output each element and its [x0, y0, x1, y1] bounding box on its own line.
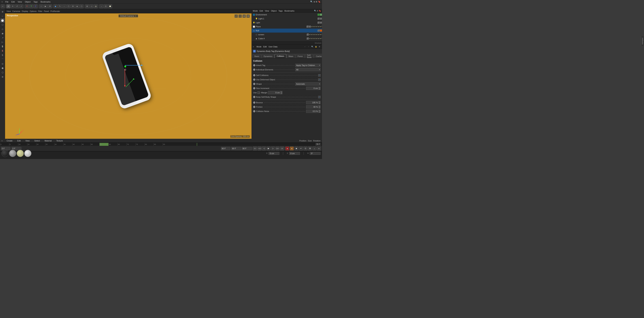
play-button[interactable]: ▶ — [266, 147, 270, 151]
dynamics-tool[interactable]: ⚙ — [71, 4, 75, 8]
keyframe-button[interactable]: ◆ — [294, 147, 298, 151]
friction-up[interactable]: ▲ — [319, 105, 320, 107]
size-increment-input[interactable]: 0 cm — [306, 87, 319, 90]
self-collisions-bullet[interactable] — [253, 74, 255, 76]
friction-input[interactable]: 40 % — [306, 105, 319, 109]
menu-view[interactable]: View — [16, 0, 24, 4]
individual-elements-select[interactable]: All None — [295, 68, 320, 71]
search-icon[interactable]: 🔍 — [310, 1, 313, 3]
obj-row-light[interactable]: 💡 Light ✓ — [252, 21, 322, 25]
obj-menu-object[interactable]: Object — [271, 10, 277, 12]
attr-settings-icon[interactable]: ⚙ — [318, 45, 321, 48]
motion-blur-button[interactable]: ⊙ — [304, 147, 307, 151]
bounce-down[interactable]: ▼ — [319, 103, 320, 104]
loop-button[interactable]: ↩ — [299, 147, 303, 151]
use-checkbox[interactable] — [258, 92, 260, 94]
left-tool-11[interactable]: $ — [0, 53, 4, 57]
material-swatch-1[interactable] — [2, 150, 9, 157]
left-tool-9[interactable]: $ — [0, 45, 4, 49]
bottom-menu-edit[interactable]: Edit — [16, 139, 22, 143]
obj-menu-mode[interactable]: Mode — [253, 10, 258, 12]
timeline-ruler[interactable]: 0 5 10 15 20 25 30 35 40 45 50 55 60 65 … — [0, 143, 322, 146]
attr-search-icon[interactable]: 🔍 — [311, 45, 314, 48]
left-tool-12[interactable]: ⌒ — [0, 58, 4, 62]
friction-bullet[interactable] — [253, 106, 255, 108]
render-icon[interactable]: ⬟ — [108, 4, 112, 8]
size-increment-bullet[interactable] — [253, 87, 255, 89]
menu-display[interactable]: Display — [22, 10, 28, 12]
material-swatch-4[interactable] — [24, 150, 32, 157]
deform-tool[interactable]: ⬡ — [66, 4, 70, 8]
obj-settings-icon[interactable]: 🔖 — [319, 10, 321, 12]
menu-bookmarks[interactable]: Bookmarks — [39, 0, 52, 4]
inherit-tag-select[interactable]: Apply Tag to Children Don't Apply — [295, 64, 320, 67]
spline-tool[interactable]: ✎ — [58, 4, 62, 8]
obj-menu-edit[interactable]: Edit — [260, 10, 263, 12]
shape-bullet[interactable] — [253, 83, 255, 85]
grid-tool[interactable]: ⊡ — [104, 4, 108, 8]
inherit-tag-dropdown-wrapper[interactable]: Apply Tag to Children Don't Apply — [295, 64, 320, 67]
settings-vp-icon[interactable]: ⚙ — [246, 15, 250, 18]
obj-menu-tags[interactable]: Tags — [278, 10, 282, 12]
camera-tool[interactable]: ◁ — [90, 4, 94, 8]
tab-basic[interactable]: Basic — [252, 54, 261, 58]
friction-spinner[interactable]: ▲ ▼ — [319, 105, 320, 109]
nurbs-tool[interactable]: ○ — [62, 4, 66, 8]
margin-up[interactable]: ▲ — [280, 91, 282, 93]
obj-row-cube4[interactable]: ◆ Cube.4 ▲▽▲▽▲▽▲▽▲▽▲▽ — [252, 37, 322, 41]
bottom-menu-select[interactable]: Select — [33, 139, 42, 143]
obj-row-light1[interactable]: 💡 Light.1 ✓ — [252, 17, 322, 21]
left-tool-3[interactable]: ⬤ — [0, 19, 4, 23]
bookmark-icon[interactable]: 🔖 — [318, 1, 320, 3]
menu-file[interactable]: File — [4, 0, 10, 4]
self-collisions-value[interactable]: ✓ — [318, 74, 320, 77]
tab-dynamics[interactable]: Dynamics — [262, 54, 274, 58]
size-increment-up[interactable]: ▲ — [319, 87, 320, 88]
tab-mass[interactable]: Mass — [286, 54, 295, 58]
bounce-bullet[interactable] — [253, 102, 255, 104]
record-alt-button[interactable]: ● — [290, 147, 294, 151]
move-tool[interactable]: ✛ — [11, 4, 15, 8]
z-axis[interactable]: Z — [34, 4, 38, 8]
left-tool-10[interactable]: $ — [0, 49, 4, 53]
current-frame-display[interactable]: 55 F — [316, 143, 321, 145]
layout-icon[interactable]: ⊠ — [316, 1, 317, 3]
material-swatch-2[interactable] — [9, 150, 16, 157]
shape-select[interactable]: Automatic Box Sphere Static Mesh — [295, 82, 320, 86]
scene-tool[interactable]: ⬡ — [80, 4, 84, 8]
left-tool-6[interactable]: ◉ — [0, 32, 4, 36]
collapse-icon[interactable]: ↑ — [238, 15, 242, 18]
menu-tags[interactable]: Tags — [32, 0, 39, 4]
obj-row-environment[interactable]: 🌐 Environment ✓ — [252, 13, 322, 17]
use-deformed-value[interactable]: ✓ — [318, 79, 320, 81]
prev-one-frame-button[interactable]: ◁ — [262, 147, 266, 151]
attr-menu-edit[interactable]: Edit — [263, 46, 267, 48]
attr-menu-userdata[interactable]: User Data — [268, 46, 278, 48]
collision-noise-spinner[interactable]: ▲ ▼ — [319, 110, 320, 113]
menu-cameras[interactable]: Cameras — [12, 10, 20, 12]
bottom-menu-create[interactable]: Create — [5, 139, 14, 143]
preview-start-input[interactable] — [231, 147, 241, 150]
particles-tool[interactable]: ◈ — [75, 4, 79, 8]
camera-settings-icon[interactable]: ⚙ — [135, 15, 136, 17]
menu-options[interactable]: Options — [30, 10, 36, 12]
menu-object[interactable]: Object — [23, 0, 32, 4]
h-rot-value[interactable]: 0° — [310, 152, 320, 155]
menu-view-vp[interactable]: View — [6, 10, 11, 12]
light-tool[interactable]: ◎ — [94, 4, 98, 8]
rotate-tool[interactable]: ↺ — [15, 4, 19, 8]
settings-tl-button[interactable]: ≡ — [317, 147, 321, 151]
next-frame-button[interactable]: ▷▷ — [276, 147, 280, 151]
left-tool-1[interactable]: ⊕ — [0, 10, 4, 14]
attr-menu-mode[interactable]: Mode — [256, 46, 262, 48]
inherit-tag-bullet[interactable] — [253, 64, 255, 66]
margin-down[interactable]: ▼ — [280, 93, 282, 94]
individual-elements-bullet[interactable] — [253, 69, 255, 71]
size-increment-spinner[interactable]: ▲ ▼ — [319, 87, 320, 90]
settings-icon[interactable]: ⚙ — [48, 4, 52, 8]
left-tool-16[interactable]: ⊕ — [0, 75, 4, 79]
tab-cache[interactable]: Cache — [314, 54, 322, 58]
left-tool-4[interactable]: ⬡ — [0, 23, 4, 27]
obj-search-icon[interactable]: 🔍 — [314, 10, 316, 12]
audio-button[interactable]: ♪ — [312, 147, 316, 151]
